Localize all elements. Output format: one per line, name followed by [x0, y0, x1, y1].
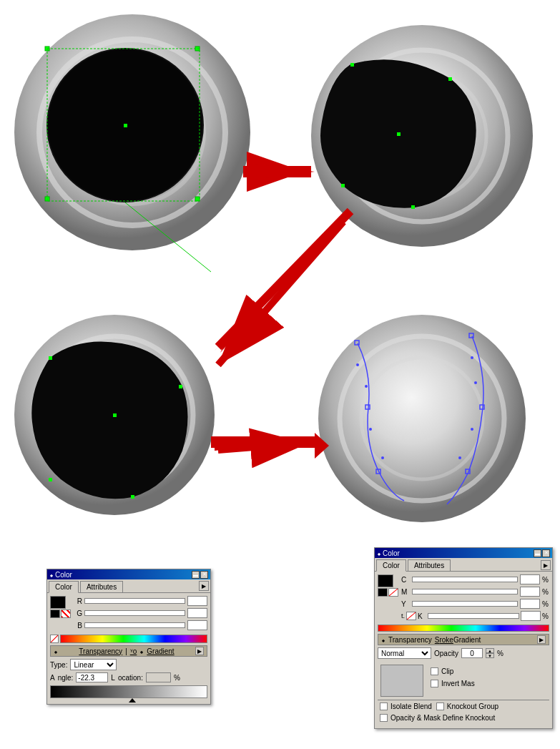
b-label: B [74, 622, 82, 630]
panel-left: ⬥ Color ▬ ✕ Color Attributes ▶ [46, 569, 211, 705]
spectrum-bar[interactable] [60, 635, 207, 643]
invert-checkbox[interactable] [431, 680, 438, 687]
b-slider[interactable] [84, 622, 185, 628]
svg-marker-55 [315, 433, 329, 459]
type-select[interactable]: Linear [70, 659, 117, 670]
type-row: Type: Linear [50, 659, 207, 670]
location-input[interactable] [146, 672, 171, 682]
svg-point-14 [358, 72, 486, 200]
right-panel-minimize[interactable]: ▬ [534, 549, 541, 557]
svg-point-20 [14, 315, 215, 515]
g-value[interactable] [187, 608, 207, 618]
gradient-arrow [129, 698, 136, 703]
y-value[interactable] [520, 599, 540, 609]
m-percent: % [542, 588, 549, 596]
svg-point-42 [474, 381, 477, 384]
left-panel-tabs: Color Attributes ▶ [47, 579, 210, 593]
gradient-tab-right[interactable]: Gradient [453, 636, 481, 644]
c-value[interactable] [520, 574, 540, 584]
svg-point-43 [471, 428, 473, 431]
left-panel-title: Color [55, 571, 72, 579]
right-spectrum-bar[interactable] [378, 625, 549, 632]
g-row: G [74, 608, 207, 618]
clip-checkbox[interactable] [431, 667, 438, 675]
clip-label: Clip [441, 667, 453, 675]
k-label: K [418, 612, 426, 620]
foreground-swatch[interactable] [50, 596, 66, 609]
invert-row: Invert Mas [431, 680, 475, 687]
g-slider[interactable] [84, 610, 185, 616]
svg-marker-49 [250, 163, 315, 180]
k-slider[interactable] [428, 613, 519, 619]
left-panel-minimize[interactable]: ▬ [192, 571, 200, 579]
isolate-row: Isolate Blend [380, 703, 432, 710]
cmyk-stroke-swatch[interactable] [388, 588, 398, 597]
angle-label2: ngle: [58, 674, 74, 682]
svg-rect-17 [411, 205, 415, 209]
isolate-checkbox[interactable] [380, 703, 388, 710]
transparency-label[interactable]: Transparency [388, 636, 432, 644]
opacity-up[interactable]: ▲ [486, 648, 494, 653]
bottom-row1: Isolate Blend Knockout Group [380, 703, 547, 712]
opacity-input[interactable] [461, 648, 483, 658]
r-slider[interactable] [84, 598, 185, 604]
opacity-mask-checkbox[interactable] [380, 714, 388, 722]
right-panel-scroll[interactable]: ▶ [541, 560, 551, 570]
type-label: Type: [50, 661, 67, 669]
cmyk-bg-swatch[interactable] [378, 588, 388, 597]
transparency-tab[interactable]: Transparency [79, 647, 122, 655]
svg-line-48 [218, 444, 308, 451]
svg-marker-52 [220, 213, 343, 353]
gradient-tab[interactable]: ᵞo [130, 647, 137, 655]
bottom-section: Isolate Blend Knockout Group Opacity & M… [378, 700, 549, 725]
svg-rect-34 [469, 333, 473, 338]
tr-scroll[interactable]: ▶ [537, 635, 546, 644]
bg-swatch[interactable] [50, 610, 60, 618]
svg-point-41 [471, 356, 473, 359]
tab-color-left[interactable]: Color [49, 581, 79, 593]
mask-preview[interactable] [380, 665, 423, 697]
blend-mode-select[interactable]: Normal [378, 647, 431, 659]
svg-rect-9 [124, 124, 127, 127]
left-panel-scroll-right[interactable]: ▶ [199, 581, 209, 591]
m-value[interactable] [520, 587, 540, 597]
tab-attributes-left[interactable]: Attributes [80, 581, 123, 592]
right-panel-title: Color [383, 549, 400, 557]
tab-color-right[interactable]: Color [376, 559, 406, 572]
stroke-swatch[interactable] [61, 610, 71, 618]
opacity-percent: % [497, 650, 503, 657]
mask-section: Clip Invert Mas [378, 662, 549, 700]
cmyk-fg-swatch[interactable] [378, 574, 393, 587]
svg-point-30 [361, 358, 483, 479]
stroke-tab[interactable]: Sroke [435, 636, 453, 644]
svg-rect-36 [466, 469, 470, 474]
k-value[interactable] [521, 611, 541, 621]
none-swatch[interactable] [50, 635, 59, 643]
angle-input[interactable] [76, 672, 108, 682]
r-value[interactable] [187, 596, 207, 606]
y-row: Y % [401, 599, 549, 609]
c-row: C % [401, 574, 549, 584]
svg-rect-35 [480, 405, 484, 409]
gradient-tab2[interactable]: Gradient [147, 647, 174, 655]
section-scroll[interactable]: ▶ [195, 647, 204, 655]
right-panel-close[interactable]: ✕ [542, 549, 550, 557]
gradient-bar-container [50, 685, 207, 698]
opacity-down[interactable]: ▼ [486, 653, 494, 658]
svg-point-4 [48, 49, 202, 201]
c-slider[interactable] [412, 577, 518, 582]
clip-row: Clip [431, 667, 475, 675]
svg-rect-24 [179, 385, 182, 388]
knockout-checkbox[interactable] [436, 703, 444, 710]
m-slider[interactable] [412, 589, 518, 594]
svg-rect-26 [49, 478, 52, 481]
y-slider[interactable] [412, 601, 518, 607]
tab-attributes-right[interactable]: Attributes [408, 559, 451, 571]
section-tabs: Transparency | ᵞo ⬥ Gradient [79, 647, 174, 655]
left-panel-close[interactable]: ✕ [200, 571, 208, 579]
t-swatch[interactable] [406, 612, 416, 620]
right-panel-buttons: ▬ ✕ [534, 549, 550, 557]
svg-point-3 [46, 48, 204, 202]
b-value[interactable] [187, 620, 207, 630]
gradient-bar[interactable] [50, 685, 207, 698]
